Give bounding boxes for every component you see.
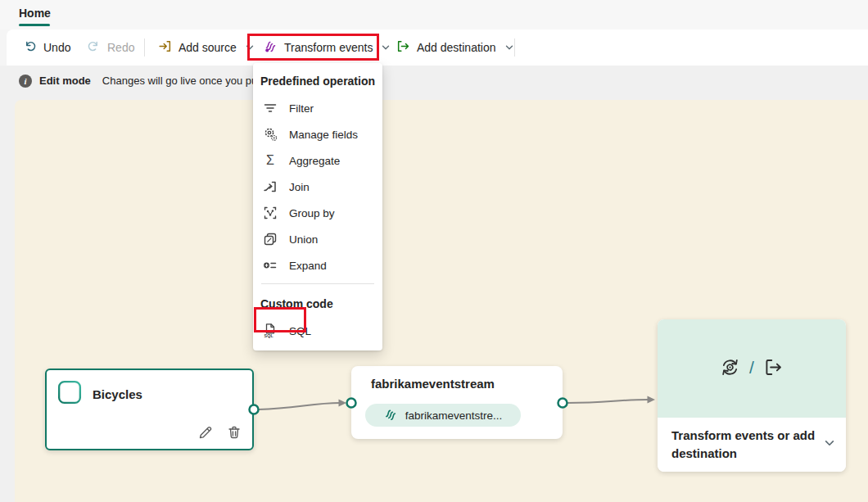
delete-trash-icon[interactable] (226, 424, 242, 441)
sql-document-icon: SQL (262, 323, 278, 339)
eventstream-node[interactable]: fabrikameventstream fabrikameventstre... (351, 366, 563, 439)
toolbar: Undo Redo Add source Transform events (7, 29, 868, 66)
menu-item-filter[interactable]: Filter (253, 95, 382, 121)
undo-icon (23, 39, 37, 56)
menu-item-manage-fields[interactable]: Manage fields (253, 121, 382, 147)
filter-icon (262, 100, 278, 116)
transform-operator-icon (719, 356, 741, 382)
tab-home[interactable]: Home (19, 7, 51, 20)
menu-divider (261, 283, 374, 284)
menu-section-header: Custom code (253, 289, 382, 318)
menu-item-sql[interactable]: SQL SQL (253, 318, 382, 344)
edit-pencil-icon[interactable] (197, 424, 214, 441)
menu-item-label: Manage fields (289, 129, 358, 141)
destination-icon (762, 356, 784, 382)
menu-item-union[interactable]: Union (253, 226, 382, 252)
join-icon (262, 179, 278, 195)
chevron-down-icon (381, 43, 391, 52)
eventstream-node-title: fabrikameventstream (371, 377, 495, 391)
eventstream-badge-label: fabrikameventstre... (405, 409, 503, 422)
menu-section-header: Predefined operation (253, 66, 382, 95)
tab-active-indicator (19, 24, 50, 26)
menu-item-aggregate[interactable]: Σ Aggregate (253, 147, 382, 174)
transform-events-button[interactable]: Transform events (260, 34, 394, 61)
output-port[interactable] (250, 405, 259, 414)
svg-text:SQL: SQL (264, 333, 274, 338)
toolbar-divider (144, 38, 145, 57)
menu-item-label: Expand (289, 260, 327, 272)
eventstream-icon (384, 407, 399, 424)
transform-events-menu: Predefined operation Filter Manage field… (253, 63, 382, 350)
expand-icon (262, 257, 278, 274)
union-icon (262, 231, 278, 247)
source-node-title: Bicycles (93, 387, 142, 401)
source-node-bicycles[interactable]: Bicycles (45, 369, 254, 450)
add-source-icon (158, 39, 172, 56)
eventstream-badge[interactable]: fabrikameventstre... (365, 404, 521, 427)
aggregate-sigma-icon: Σ (262, 152, 278, 169)
menu-item-join[interactable]: Join (253, 174, 382, 200)
add-destination-label: Add destination (417, 41, 496, 54)
menu-item-label: Join (289, 181, 310, 193)
chevron-down-icon (504, 43, 514, 52)
undo-button[interactable]: Undo (20, 34, 74, 61)
slash-separator: / (749, 358, 754, 378)
manage-fields-icon (262, 126, 278, 142)
group-by-icon (262, 205, 278, 221)
edit-mode-banner: i Edit mode Changes will go live once yo… (0, 66, 868, 96)
placeholder-action[interactable]: Transform events or add destination (658, 418, 846, 472)
redo-button[interactable]: Redo (84, 34, 138, 61)
menu-item-group-by[interactable]: Group by (253, 200, 382, 226)
output-port[interactable] (558, 399, 567, 408)
tab-home-label: Home (19, 7, 51, 20)
undo-label: Undo (43, 41, 70, 54)
placeholder-label: Transform events or add destination (671, 427, 824, 464)
edit-mode-title: Edit mode (39, 75, 91, 87)
menu-item-label: Union (289, 233, 318, 246)
info-icon: i (19, 75, 32, 88)
eventstream-editor: Home Undo Redo Add source (0, 0, 868, 502)
ribbon-tab-bar: Home (0, 0, 868, 29)
toolbar-divider (514, 38, 515, 57)
transform-events-label: Transform events (284, 41, 373, 54)
placeholder-node[interactable]: / Transform events or add destination (658, 319, 846, 472)
sample-data-icon (57, 380, 82, 408)
input-port[interactable] (347, 399, 356, 408)
add-source-label: Add source (179, 41, 237, 54)
menu-item-expand[interactable]: Expand (253, 252, 382, 278)
menu-item-label: Filter (289, 102, 314, 115)
add-destination-button[interactable]: Add destination (393, 34, 518, 61)
menu-item-label: Aggregate (289, 155, 340, 167)
chevron-down-icon[interactable] (824, 437, 835, 452)
redo-label: Redo (107, 41, 134, 54)
menu-item-label: Group by (289, 207, 335, 219)
redo-icon (87, 39, 101, 56)
chevron-down-icon (245, 43, 255, 52)
add-destination-icon (396, 39, 410, 56)
transform-events-icon (264, 39, 278, 56)
placeholder-illustration: / (658, 319, 846, 418)
menu-item-label: SQL (289, 325, 311, 337)
add-source-button[interactable]: Add source (155, 34, 258, 61)
